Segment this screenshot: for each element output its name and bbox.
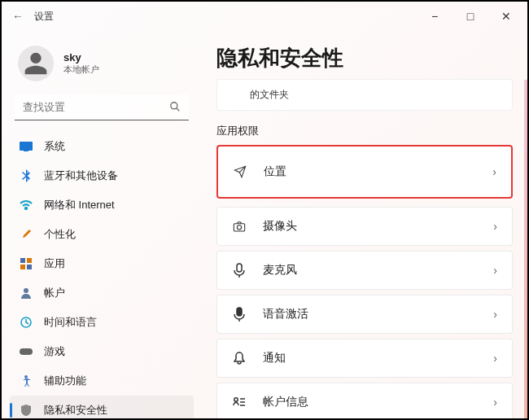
voice-icon <box>232 307 247 322</box>
back-button[interactable]: ← <box>5 10 31 23</box>
permission-location[interactable]: 位置 › <box>216 145 513 199</box>
nav-label: 帐户 <box>44 286 65 300</box>
profile-subtitle: 本地帐户 <box>63 63 99 76</box>
avatar-icon <box>18 46 54 81</box>
permission-microphone[interactable]: 麦克风 › <box>216 251 513 290</box>
person-icon <box>20 287 33 300</box>
accessibility-icon <box>20 374 33 387</box>
chevron-right-icon: › <box>493 396 497 409</box>
location-icon <box>233 164 247 179</box>
nav-label: 应用 <box>44 256 65 271</box>
permission-label: 摄像头 <box>263 219 297 234</box>
svg-point-0 <box>171 103 177 109</box>
nav-label: 系统 <box>44 139 65 154</box>
close-button[interactable]: ✕ <box>488 3 524 29</box>
sidebar-item-privacy[interactable]: 隐私和安全性 <box>10 396 194 418</box>
brush-icon <box>20 228 33 241</box>
sidebar-item-time[interactable]: 时间和语言 <box>10 308 194 337</box>
svg-rect-8 <box>27 265 32 269</box>
svg-rect-14 <box>234 224 244 231</box>
svg-point-9 <box>24 288 28 293</box>
svg-rect-11 <box>20 348 33 355</box>
nav-label: 隐私和安全性 <box>44 403 107 418</box>
bell-icon <box>232 351 247 365</box>
sidebar-item-accessibility[interactable]: 辅助功能 <box>10 366 194 396</box>
svg-rect-5 <box>20 258 25 263</box>
sidebar-item-system[interactable]: 系统 <box>10 132 194 161</box>
chevron-right-icon: › <box>493 264 497 277</box>
apps-icon <box>20 257 33 270</box>
svg-point-4 <box>25 208 27 209</box>
svg-rect-2 <box>20 142 33 151</box>
chevron-right-icon: › <box>493 220 497 233</box>
permission-label: 麦克风 <box>263 263 297 278</box>
nav-label: 网络和 Internet <box>44 198 115 212</box>
main-content: 隐私和安全性 的文件夹 应用权限 位置 › 摄像头 › 麦克风 › 语音激活 <box>199 31 527 418</box>
svg-rect-17 <box>237 308 242 316</box>
svg-rect-3 <box>24 151 28 151</box>
nav-label: 蓝牙和其他设备 <box>44 168 118 183</box>
nav-label: 时间和语言 <box>44 315 97 330</box>
svg-point-18 <box>234 398 238 401</box>
svg-rect-6 <box>27 258 32 263</box>
sidebar-item-network[interactable]: 网络和 Internet <box>10 190 194 220</box>
profile[interactable]: sky 本地帐户 <box>10 39 194 94</box>
section-label: 应用权限 <box>216 124 513 138</box>
sidebar: sky 本地帐户 系统 蓝牙和其他设备 网络和 Internet 个性化 应用 … <box>2 31 199 418</box>
nav-list: 系统 蓝牙和其他设备 网络和 Internet 个性化 应用 帐户 时间和语言 … <box>10 132 194 418</box>
permission-voice[interactable]: 语音激活 › <box>216 295 513 334</box>
shield-icon <box>20 404 33 417</box>
system-icon <box>20 140 33 153</box>
sidebar-item-accounts[interactable]: 帐户 <box>10 278 194 308</box>
permission-label: 帐户信息 <box>263 395 308 409</box>
bluetooth-icon <box>20 169 33 182</box>
sidebar-item-personalization[interactable]: 个性化 <box>10 220 194 249</box>
search-box[interactable] <box>15 94 189 120</box>
wifi-icon <box>20 199 33 212</box>
page-title: 隐私和安全性 <box>216 44 513 72</box>
gaming-icon <box>20 345 33 358</box>
nav-label: 辅助功能 <box>44 374 86 388</box>
svg-point-12 <box>24 375 28 378</box>
chevron-right-icon: › <box>492 165 496 178</box>
permission-account-info[interactable]: 帐户信息 › <box>216 383 513 418</box>
sidebar-item-bluetooth[interactable]: 蓝牙和其他设备 <box>10 161 194 190</box>
window-title: 设置 <box>31 10 54 24</box>
account-info-icon <box>232 395 247 409</box>
svg-rect-16 <box>237 264 242 272</box>
permission-camera[interactable]: 摄像头 › <box>216 207 513 246</box>
camera-icon <box>232 219 247 234</box>
minimize-button[interactable]: − <box>417 3 452 29</box>
search-input[interactable] <box>15 94 189 120</box>
profile-name: sky <box>63 51 99 63</box>
svg-line-1 <box>177 108 179 111</box>
nav-label: 个性化 <box>44 227 76 242</box>
chevron-right-icon: › <box>493 308 497 321</box>
titlebar: ← 设置 − □ ✕ <box>2 2 527 31</box>
svg-point-15 <box>237 225 241 230</box>
permission-notifications[interactable]: 通知 › <box>216 339 513 378</box>
folder-row[interactable]: 的文件夹 <box>216 79 513 111</box>
sidebar-item-apps[interactable]: 应用 <box>10 249 194 278</box>
microphone-icon <box>232 263 247 278</box>
permission-label: 位置 <box>264 164 286 179</box>
sidebar-item-gaming[interactable]: 游戏 <box>10 337 194 366</box>
chevron-right-icon: › <box>493 352 497 365</box>
maximize-button[interactable]: □ <box>452 3 488 29</box>
svg-rect-7 <box>20 265 25 269</box>
search-icon <box>169 101 181 116</box>
nav-label: 游戏 <box>44 344 65 359</box>
decorative-edge <box>524 80 527 418</box>
clock-icon <box>20 316 33 329</box>
permission-label: 通知 <box>263 351 286 365</box>
permission-label: 语音激活 <box>263 307 308 322</box>
